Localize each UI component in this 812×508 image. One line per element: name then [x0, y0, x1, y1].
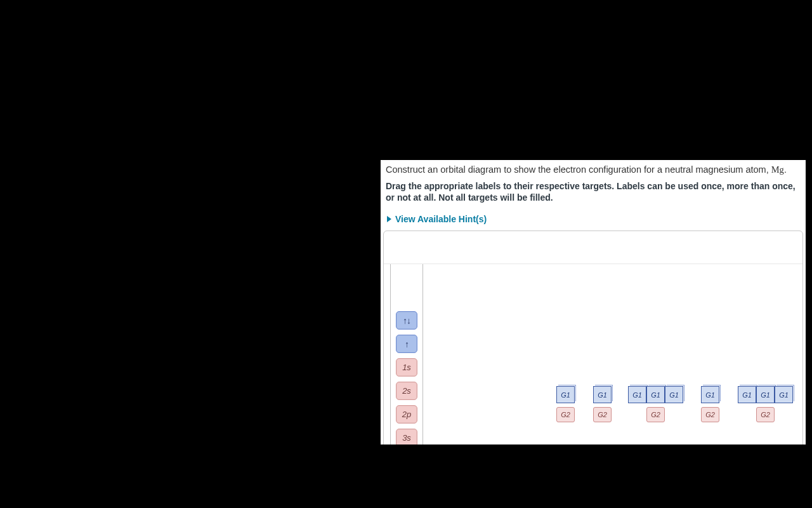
prompt-element-symbol: Mg: [771, 164, 784, 175]
work-body: ↑↓ ↑ 1s 2s 2p 3s G1 G2: [384, 264, 802, 444]
electron-slot[interactable]: G1: [556, 386, 575, 403]
orbital-label-slot[interactable]: G2: [593, 407, 612, 422]
chip-orbital-1s[interactable]: 1s: [396, 358, 417, 377]
work-area: ↑↓ ↑ 1s 2s 2p 3s G1 G2: [383, 231, 803, 444]
chip-orbital-2s[interactable]: 2s: [396, 382, 417, 400]
electron-slot[interactable]: G1: [593, 386, 612, 403]
orbital-label-slot[interactable]: G2: [556, 407, 575, 422]
drop-targets: G1 G2 G1 G2 G1 G1 G1 G2: [429, 264, 802, 444]
triangle-right-icon: [387, 216, 391, 222]
orbital-label-slot[interactable]: G2: [646, 407, 665, 422]
chip-orbital-3s[interactable]: 3s: [396, 429, 417, 444]
work-toolbar-spacer: [384, 231, 802, 264]
chip-arrow-up[interactable]: ↑: [396, 335, 417, 353]
question-prompt: Construct an orbital diagram to show the…: [381, 160, 806, 177]
orbital-label-slot[interactable]: G2: [701, 407, 719, 422]
electron-slot[interactable]: G1: [646, 386, 665, 403]
orbital-group-2: G1 G2: [593, 386, 612, 422]
orbital-group-4: G1 G2: [701, 386, 719, 422]
label-palette: ↑↓ ↑ 1s 2s 2p 3s: [390, 264, 423, 444]
question-panel: Construct an orbital diagram to show the…: [381, 160, 806, 444]
view-hints-toggle[interactable]: View Available Hint(s): [381, 210, 806, 231]
updown-icon: ↑↓: [403, 316, 410, 326]
orbital-group-5: G1 G1 G1 G2: [738, 386, 793, 422]
orbital-label-slot[interactable]: G2: [756, 407, 775, 422]
chip-orbital-2p[interactable]: 2p: [396, 405, 417, 424]
orbital-group-1: G1 G2: [556, 386, 575, 422]
electron-slot[interactable]: G1: [701, 386, 719, 403]
electron-slot[interactable]: G1: [756, 386, 775, 403]
electron-slot[interactable]: G1: [738, 386, 756, 403]
electron-slot-row: G1 G1 G1: [738, 386, 793, 403]
drag-instructions: Drag the appropriate labels to their res…: [381, 177, 806, 211]
electron-slot[interactable]: G1: [665, 386, 683, 403]
electron-slot-row: G1 G1 G1: [628, 386, 683, 403]
electron-slot-row: G1: [556, 386, 575, 403]
electron-slot[interactable]: G1: [775, 386, 793, 403]
electron-slot-row: G1: [701, 386, 719, 403]
hints-label: View Available Hint(s): [395, 214, 487, 224]
prompt-text-after: .: [784, 164, 787, 175]
electron-slot-row: G1: [593, 386, 612, 403]
chip-arrow-updown[interactable]: ↑↓: [396, 311, 417, 330]
electron-slot[interactable]: G1: [628, 386, 646, 403]
prompt-text-before: Construct an orbital diagram to show the…: [386, 164, 771, 175]
up-icon: ↑: [405, 339, 409, 349]
orbital-group-3: G1 G1 G1 G2: [628, 386, 683, 422]
